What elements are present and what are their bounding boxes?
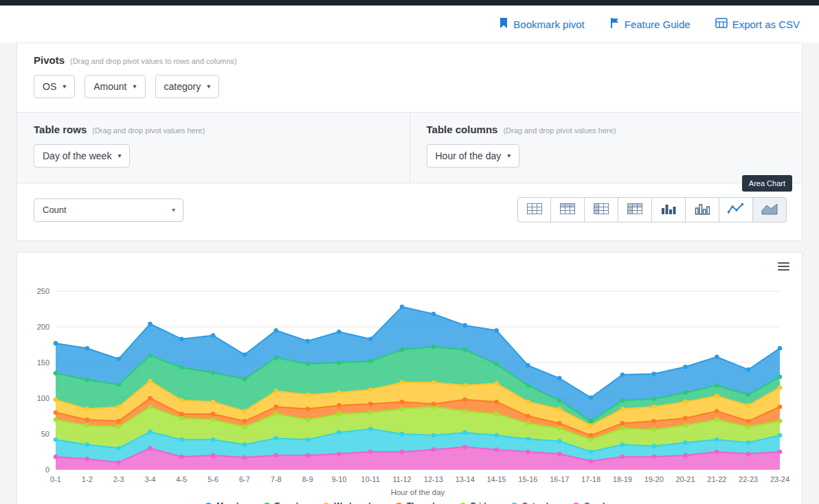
data-point-marker[interactable] [715, 354, 719, 359]
data-point-marker[interactable] [148, 430, 153, 435]
data-point-marker[interactable] [274, 412, 279, 417]
data-point-marker[interactable] [431, 433, 436, 438]
data-point-marker[interactable] [85, 417, 90, 422]
data-point-marker[interactable] [431, 380, 436, 385]
data-point-marker[interactable] [526, 414, 530, 419]
data-point-marker[interactable] [274, 453, 279, 458]
data-point-marker[interactable] [557, 406, 562, 411]
legend-item-tuesday[interactable]: Tuesday [263, 501, 308, 504]
data-point-marker[interactable] [85, 457, 90, 461]
data-point-marker[interactable] [305, 362, 310, 367]
data-point-marker[interactable] [211, 400, 216, 404]
data-point-marker[interactable] [526, 363, 530, 368]
data-point-marker[interactable] [589, 459, 594, 463]
data-point-marker[interactable] [211, 437, 216, 442]
data-point-marker[interactable] [620, 398, 625, 403]
data-point-marker[interactable] [85, 406, 90, 411]
data-point-marker[interactable] [148, 353, 153, 358]
data-point-marker[interactable] [620, 421, 625, 426]
data-point-marker[interactable] [494, 328, 499, 333]
data-point-marker[interactable] [526, 400, 530, 404]
data-point-marker[interactable] [462, 398, 467, 402]
aggregator-select[interactable]: Count ▾ [34, 198, 183, 222]
data-point-marker[interactable] [683, 400, 688, 404]
data-point-marker[interactable] [400, 406, 405, 411]
data-point-marker[interactable] [211, 417, 216, 422]
data-point-marker[interactable] [85, 346, 90, 351]
data-point-marker[interactable] [778, 433, 783, 438]
data-point-marker[interactable] [274, 355, 279, 360]
data-point-marker[interactable] [462, 444, 467, 449]
data-point-marker[interactable] [368, 426, 373, 431]
data-point-marker[interactable] [179, 455, 184, 459]
data-point-marker[interactable] [526, 450, 530, 455]
data-point-marker[interactable] [620, 426, 625, 431]
data-point-marker[interactable] [557, 452, 562, 457]
data-point-marker[interactable] [337, 390, 341, 395]
data-point-marker[interactable] [337, 403, 341, 408]
data-point-marker[interactable] [211, 453, 216, 458]
data-point-marker[interactable] [589, 433, 594, 438]
data-point-marker[interactable] [683, 390, 688, 395]
data-point-marker[interactable] [243, 419, 247, 424]
export-as-csv-link[interactable]: Export as CSV [715, 18, 800, 30]
data-point-marker[interactable] [557, 421, 562, 426]
data-point-marker[interactable] [400, 380, 405, 385]
data-point-marker[interactable] [778, 450, 783, 455]
data-point-marker[interactable] [54, 398, 58, 402]
data-point-marker[interactable] [651, 444, 656, 448]
data-point-marker[interactable] [243, 442, 247, 447]
data-point-marker[interactable] [494, 448, 499, 453]
data-point-marker[interactable] [620, 455, 625, 459]
legend-item-monday[interactable]: Monday [205, 501, 247, 504]
data-point-marker[interactable] [400, 347, 405, 352]
data-point-marker[interactable] [85, 423, 90, 428]
data-point-marker[interactable] [179, 412, 184, 417]
data-point-marker[interactable] [715, 437, 719, 442]
data-point-marker[interactable] [715, 394, 719, 399]
data-point-marker[interactable] [778, 404, 783, 409]
legend-item-thursday[interactable]: Thursday [395, 501, 444, 504]
data-point-marker[interactable] [746, 367, 751, 372]
data-point-marker[interactable] [274, 436, 279, 441]
data-point-marker[interactable] [620, 442, 625, 447]
data-point-marker[interactable] [589, 423, 594, 428]
data-point-marker[interactable] [462, 431, 467, 435]
data-point-marker[interactable] [243, 455, 247, 460]
data-point-marker[interactable] [715, 409, 719, 413]
data-point-marker[interactable] [305, 339, 310, 344]
data-point-marker[interactable] [116, 404, 121, 409]
data-point-marker[interactable] [305, 417, 310, 422]
data-point-marker[interactable] [243, 424, 247, 429]
legend-item-friday[interactable]: Friday [459, 501, 495, 504]
data-point-marker[interactable] [431, 402, 436, 406]
data-point-marker[interactable] [179, 416, 184, 421]
data-point-marker[interactable] [368, 387, 373, 392]
data-point-marker[interactable] [431, 448, 436, 453]
data-point-marker[interactable] [54, 371, 58, 376]
data-point-marker[interactable] [368, 336, 373, 341]
data-point-marker[interactable] [746, 393, 751, 398]
legend-item-saturday[interactable]: Saturday [511, 501, 557, 504]
data-point-marker[interactable] [148, 322, 153, 327]
data-point-marker[interactable] [494, 412, 499, 417]
data-point-marker[interactable] [651, 455, 656, 459]
data-point-marker[interactable] [368, 450, 373, 455]
data-point-marker[interactable] [526, 437, 530, 442]
data-point-marker[interactable] [589, 450, 594, 455]
data-point-marker[interactable] [400, 400, 405, 404]
bookmark-pivot-link[interactable]: Bookmark pivot [499, 17, 584, 31]
data-point-marker[interactable] [337, 452, 341, 457]
pivot-field-category[interactable]: category▾ [155, 75, 220, 98]
data-point-marker[interactable] [651, 404, 656, 409]
data-point-marker[interactable] [305, 453, 310, 458]
view-area-chart-button[interactable] [753, 197, 787, 222]
data-point-marker[interactable] [116, 419, 121, 424]
data-point-marker[interactable] [148, 379, 153, 384]
data-point-marker[interactable] [746, 424, 751, 429]
legend-item-sunday[interactable]: Sunday [572, 501, 614, 504]
data-point-marker[interactable] [462, 347, 467, 352]
data-point-marker[interactable] [337, 431, 341, 435]
data-point-marker[interactable] [683, 416, 688, 421]
data-point-marker[interactable] [715, 383, 719, 388]
